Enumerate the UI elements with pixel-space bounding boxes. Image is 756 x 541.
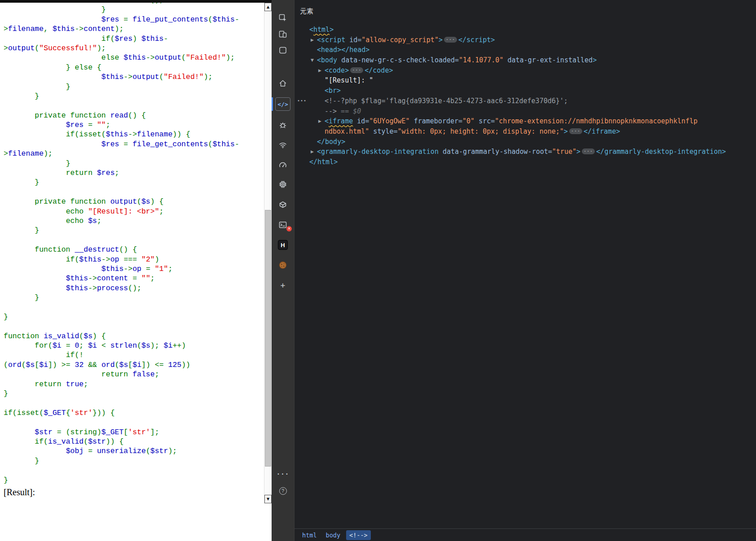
code-line: } [4,5,239,14]
dom-tree-node[interactable]: <head></head> [294,45,756,55]
code-line: $str = (string)$_GET['str']; [4,428,239,437]
scrollbar-down-icon[interactable]: ▼ [264,495,272,503]
code-line: private function output($s) { [4,197,239,206]
code-line: private function read() { [4,111,239,120]
dom-tree-node[interactable]: ndbox.html" style="width: 0px; height: 0… [294,127,756,137]
panel-header: 元素 [294,0,756,22]
code-line [4,236,239,245]
expand-inline-icon[interactable]: ··· [582,148,595,154]
code-line: } [4,312,239,322]
code-line: } [4,178,239,187]
scrollbar-thumb[interactable] [265,210,271,467]
dom-tree-node[interactable]: </html> [294,157,756,167]
code-line: return true; [4,380,239,389]
dom-tree-node[interactable]: ▼<body data-new-gr-c-s-check-loaded="14.… [294,55,756,65]
code-line: >filename); [4,149,239,158]
code-line: $this->op = "1"; [4,264,239,274]
elements-icon[interactable]: </> [275,97,290,111]
browser-page-pane: die(); } $res = file_put_contents($this-… [0,0,272,541]
window-icon[interactable] [275,44,290,57]
code-line: } [4,82,239,92]
devtools-main: 元素 <html>▶<script id="allow-copy_script"… [294,0,756,541]
dom-tree-node[interactable]: ▶<script id="allow-copy_script">···</scr… [294,35,756,45]
network-icon[interactable] [275,138,290,152]
console-icon[interactable]: × [275,218,290,231]
expand-inline-icon[interactable]: ··· [569,128,582,134]
device-toolbar-icon[interactable] [275,27,290,41]
code-line: $res = file_get_contents($this- [4,140,239,149]
code-line: if($res) $this- [4,34,239,44]
code-line [4,322,239,331]
code-line [4,101,239,110]
inspect-icon[interactable] [275,11,290,25]
dom-tree-node[interactable]: •••<!--?php $flag='flag{da93931e-4b25-42… [294,96,756,106]
dom-tree: <html>▶<script id="allow-copy_script">··… [294,22,756,167]
dom-tree-node[interactable]: <br> [294,86,756,96]
scrollbar-up-icon[interactable]: ▲ [264,3,272,11]
node-menu-icon[interactable]: ••• [297,96,307,106]
code-line: $this->process(); [4,284,239,293]
code-line: } [4,92,239,101]
debugger-icon[interactable] [275,118,290,131]
code-line [4,466,239,475]
memory-icon[interactable] [275,178,290,191]
code-line: } [4,456,239,466]
code-line: $res = file_put_contents($this- [4,15,239,24]
code-line: if(! [4,350,239,360]
code-line: } [4,159,239,168]
panel-title: 元素 [300,7,313,16]
active-panel-indicator [272,97,273,111]
screenshot-root: die(); } $res = file_put_contents($this-… [0,0,756,541]
code-line: if($this->op === "2") [4,255,239,264]
dom-tree-node[interactable]: ▶<grammarly-desktop-integration data-gra… [294,147,756,157]
breadcrumb-item-comment[interactable]: <!--> [346,530,371,540]
help-icon[interactable]: ? [275,484,290,497]
dom-tree-node[interactable]: ▶<code>···</code> [294,65,756,76]
home-icon[interactable] [275,77,290,90]
code-line [4,398,239,408]
expand-arrow-icon[interactable]: ▶ [311,147,314,157]
code-line: else $this->output("Failed!"); [4,53,239,62]
code-line: return false; [4,370,239,379]
storage-icon[interactable] [275,198,290,211]
dom-tree-node[interactable]: <html> [294,25,756,35]
code-line: $obj = unserialize($str); [4,446,239,456]
code-line: >filename, $this->content); [4,24,239,34]
breadcrumb: htmlbody<!--> [294,528,756,541]
code-line: echo "[Result]: <br>"; [4,207,239,216]
expand-inline-icon[interactable]: ··· [350,67,363,73]
dom-tree-node[interactable]: ▶<iframe id="6UYogOwE" frameborder="0" s… [294,116,756,127]
breadcrumb-item-html[interactable]: html [299,530,320,540]
dom-tree-node[interactable]: --> == $0 [294,106,756,117]
code-line: function is_valid($s) { [4,332,239,341]
more-options-icon[interactable]: ··· [275,467,290,481]
code-line: function __destruct() { [4,245,239,254]
expand-arrow-icon[interactable]: ▶ [318,65,321,76]
page-result-text: [Result]: [4,487,35,497]
code-line: $res = ""; [4,120,239,130]
code-line: $this->content = ""; [4,274,239,283]
expand-arrow-icon[interactable]: ▶ [318,116,321,127]
code-line: >output("Successful!"); [4,44,239,53]
expand-arrow-icon[interactable]: ▶ [311,35,314,45]
expand-inline-icon[interactable]: ··· [444,37,457,43]
code-line: } [4,389,239,398]
code-line: if(is_valid($str)) { [4,437,239,446]
dom-tree-node[interactable]: </body> [294,137,756,147]
performance-icon[interactable] [275,158,290,171]
collapse-arrow-icon[interactable]: ▼ [311,55,314,65]
cookie-icon[interactable] [275,258,290,272]
breadcrumb-item-body[interactable]: body [323,530,344,540]
add-tools-icon[interactable]: + [275,278,290,292]
code-line: } else { [4,63,239,72]
code-line: $this->output("Failed!"); [4,72,239,82]
code-line: (ord($s[$i]) >= 32 && ord($s[$i]) <= 125… [4,360,239,370]
dom-tree-node[interactable]: "[Result]: " [294,75,756,86]
hackbar-icon[interactable]: H [275,238,290,252]
code-line [4,418,239,427]
code-line [4,303,239,312]
devtools-panel: </>×H+···? 元素 <html>▶<script id="allow-c… [272,0,756,541]
page-scrollbar[interactable]: ▲ ▼ [264,3,272,503]
devtools-activity-bar: </>×H+···? [272,0,294,541]
code-line: for($i = 0; $i < strlen($s); $i++) [4,341,239,350]
